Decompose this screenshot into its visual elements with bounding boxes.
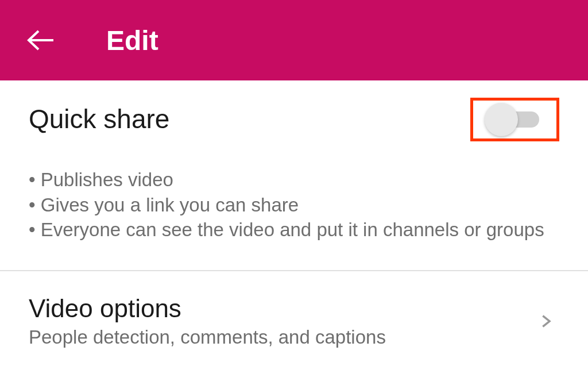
quick-share-toggle[interactable] (485, 111, 539, 128)
quick-share-bullets: Publishes video Gives you a link you can… (29, 167, 559, 242)
toggle-highlight-box (470, 98, 559, 141)
bullet-item: Everyone can see the video and put it in… (29, 217, 559, 242)
video-options-section: Video options People detection, comments… (0, 271, 588, 376)
bullet-item: Gives you a link you can share (29, 192, 559, 218)
quick-share-title: Quick share (29, 103, 169, 134)
video-options-title: Video options (29, 294, 537, 323)
quick-share-header: Quick share (29, 103, 559, 141)
back-button[interactable] (23, 23, 57, 57)
content-area: Quick share Publishes video Gives you a … (0, 80, 588, 376)
video-options-subtitle: People detection, comments, and captions (29, 326, 537, 348)
bullet-item: Publishes video (29, 167, 559, 192)
app-header: Edit (0, 0, 588, 80)
quick-share-section: Quick share Publishes video Gives you a … (0, 80, 588, 271)
page-title: Edit (106, 25, 158, 56)
toggle-thumb (485, 103, 518, 136)
video-options-row[interactable]: Video options People detection, comments… (29, 294, 559, 348)
chevron-right-icon (537, 313, 554, 329)
back-arrow-icon (26, 29, 55, 52)
video-options-text: Video options People detection, comments… (29, 294, 537, 348)
